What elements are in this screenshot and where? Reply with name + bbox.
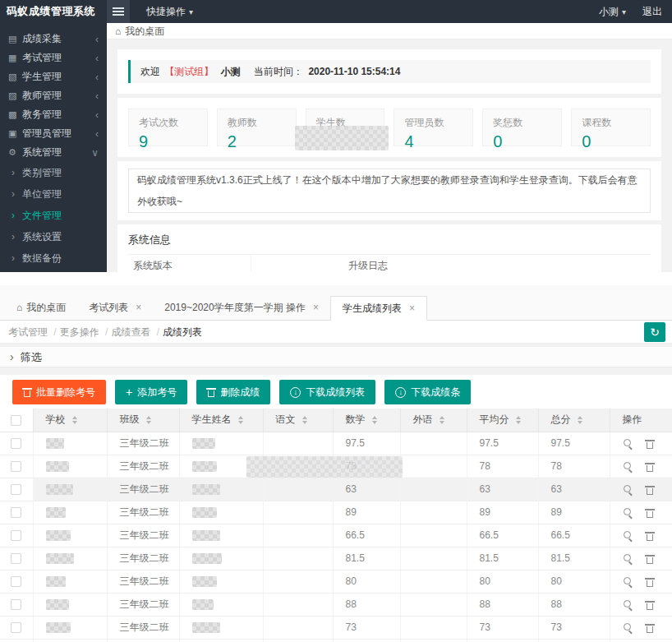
sidebar-subitem[interactable]: 系统设置 xyxy=(0,226,107,247)
search-icon[interactable] xyxy=(623,484,633,495)
math-cell: 88 xyxy=(333,593,400,616)
sort-icon[interactable] xyxy=(238,416,243,424)
row-checkbox[interactable] xyxy=(11,576,21,587)
action-button[interactable]: 批量删除考号 xyxy=(12,380,106,404)
tab[interactable]: 我的桌面 xyxy=(5,295,77,320)
close-icon[interactable] xyxy=(313,295,319,320)
trash-icon[interactable] xyxy=(646,508,654,518)
row-checkbox[interactable] xyxy=(11,507,21,518)
column-header[interactable]: 学校 xyxy=(33,409,107,432)
search-icon[interactable] xyxy=(623,553,633,564)
logout-button[interactable]: 退出 xyxy=(642,5,662,19)
sidebar-subitem[interactable]: 类别管理 xyxy=(0,162,107,183)
refresh-button[interactable] xyxy=(644,322,665,342)
search-icon[interactable] xyxy=(623,438,633,449)
sort-icon[interactable] xyxy=(516,416,521,424)
search-icon[interactable] xyxy=(623,507,633,518)
stats-panel: 考试次数 9 教师数 2 学生数 xyxy=(117,98,661,157)
sidebar-item[interactable]: ▤ 成绩采集 ‹ xyxy=(0,30,107,48)
tab[interactable]: 考试列表 xyxy=(77,295,153,320)
row-checkbox[interactable] xyxy=(11,530,21,541)
trash-icon[interactable] xyxy=(646,600,654,610)
filter-toggle[interactable]: 筛选 xyxy=(0,347,672,367)
row-checkbox[interactable] xyxy=(11,599,21,610)
column-header[interactable]: 学生姓名 xyxy=(179,409,263,432)
sidebar-item[interactable]: ▣ 管理员管理 ‹ xyxy=(0,124,107,143)
stat-card: 考试次数 9 xyxy=(128,109,208,146)
trash-icon[interactable] xyxy=(646,577,654,587)
action-button[interactable]: 删除成绩 xyxy=(196,380,270,404)
sidebar-item[interactable]: ▧ 学生管理 ‹ xyxy=(0,67,107,86)
column-header-label: 班级 xyxy=(120,413,140,425)
table-row: 三年级二班 81.5 81.5 81.5 xyxy=(0,547,672,570)
row-actions-cell xyxy=(610,593,672,616)
action-button[interactable]: 添加考号 xyxy=(115,380,187,404)
sidebar-subitem[interactable]: 数据备份 xyxy=(0,247,107,269)
action-button[interactable]: 下载成绩列表 xyxy=(279,380,375,404)
breadcrumb-item[interactable]: 考试管理 xyxy=(8,326,48,338)
close-icon[interactable] xyxy=(409,296,415,321)
breadcrumb-item[interactable]: 成绩列表 xyxy=(163,326,202,338)
column-header[interactable]: 操作 xyxy=(610,409,672,432)
class-cell: 三年级二班 xyxy=(107,547,179,570)
row-checkbox[interactable] xyxy=(11,461,21,472)
search-icon[interactable] xyxy=(623,461,633,472)
sidebar-item[interactable]: ▦ 考试管理 ‹ xyxy=(0,48,107,67)
topbar: 快捷操作 小测 退出 xyxy=(107,0,672,23)
tab[interactable]: 学生成绩列表 xyxy=(330,296,427,321)
user-menu[interactable]: 小测 xyxy=(599,5,626,19)
total-cell: 80 xyxy=(538,570,610,593)
search-icon[interactable] xyxy=(623,622,633,633)
school-cell xyxy=(33,432,107,455)
sort-icon[interactable] xyxy=(302,416,307,424)
quick-actions-dropdown[interactable]: 快捷操作 xyxy=(146,5,193,19)
close-icon[interactable] xyxy=(136,295,141,320)
search-icon[interactable] xyxy=(623,576,633,587)
column-header[interactable]: 平均分 xyxy=(467,409,538,432)
breadcrumb-item[interactable]: 成绩查看 xyxy=(111,326,150,338)
sort-icon[interactable] xyxy=(146,416,151,424)
trash-icon[interactable] xyxy=(646,554,654,564)
row-checkbox[interactable] xyxy=(11,622,21,633)
sidebar-subitem[interactable]: 文件管理 xyxy=(0,205,107,226)
privacy-mosaic xyxy=(46,553,74,564)
sidebar-subitem[interactable]: 单位管理 xyxy=(0,183,107,205)
row-checkbox[interactable] xyxy=(11,484,21,495)
column-header[interactable]: 外语 xyxy=(400,409,467,432)
sidebar-item[interactable]: ▨ 教师管理 ‹ xyxy=(0,86,107,105)
column-header[interactable]: 总分 xyxy=(538,409,610,432)
tab[interactable]: 2019~2020学年度第一学期 操作 xyxy=(153,295,330,320)
row-actions-cell xyxy=(610,432,672,455)
sidebar-item[interactable]: ⚙ 系统管理 ∨ xyxy=(0,143,107,162)
sort-icon[interactable] xyxy=(578,416,582,424)
column-header[interactable]: 班级 xyxy=(107,409,179,432)
partial-row xyxy=(0,639,672,642)
chinese-cell xyxy=(263,478,333,501)
trash-icon[interactable] xyxy=(646,439,654,449)
search-icon[interactable] xyxy=(623,530,633,541)
breadcrumb-item[interactable]: 更多操作 xyxy=(60,326,99,338)
sidebar-item[interactable]: ▩ 教务管理 ‹ xyxy=(0,105,107,124)
row-actions-cell xyxy=(610,501,672,524)
upgrade-log-link[interactable]: 升级日志 xyxy=(251,255,651,272)
average-cell: 66.5 xyxy=(467,524,538,547)
column-header[interactable]: 数学 xyxy=(333,409,400,432)
action-button-label: 删除成绩 xyxy=(220,386,260,400)
trash-icon[interactable] xyxy=(646,485,654,495)
hamburger-menu-button[interactable] xyxy=(107,0,130,23)
table-header-row: 学校 班级 学生姓名 xyxy=(0,409,672,432)
sort-icon[interactable] xyxy=(72,416,77,424)
search-icon[interactable] xyxy=(623,599,633,610)
sort-icon[interactable] xyxy=(440,416,444,424)
action-button[interactable]: 下载成绩条 xyxy=(384,380,471,404)
sidebar-menu: ▤ 成绩采集 ‹ ▦ 考试管理 ‹ ▧ 学生管理 ‹ xyxy=(0,30,107,162)
row-checkbox[interactable] xyxy=(11,553,21,564)
row-checkbox[interactable] xyxy=(11,438,21,449)
select-all-checkbox[interactable] xyxy=(11,415,21,426)
trash-icon[interactable] xyxy=(646,531,654,541)
trash-icon[interactable] xyxy=(646,462,654,472)
column-header[interactable]: 语文 xyxy=(263,409,333,432)
student-name-cell xyxy=(179,501,263,524)
sort-icon[interactable] xyxy=(372,416,377,424)
trash-icon[interactable] xyxy=(646,623,654,633)
